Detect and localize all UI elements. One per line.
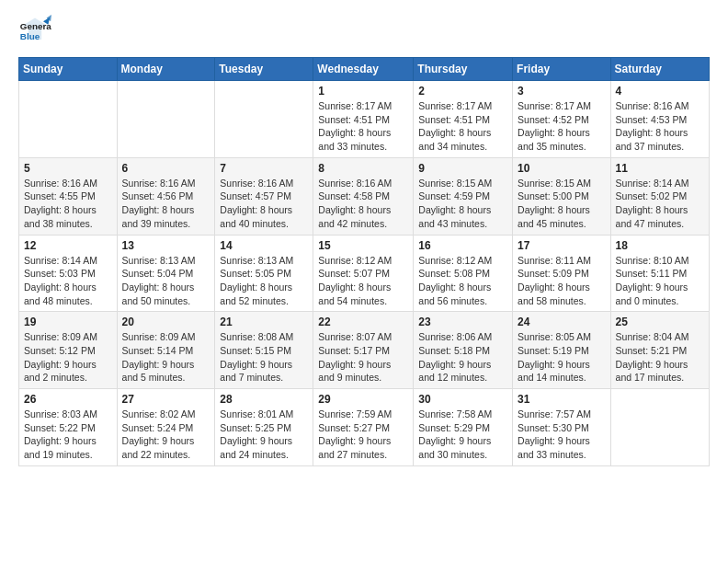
col-header-monday: Monday: [117, 58, 215, 81]
day-number: 27: [122, 393, 210, 406]
calendar-cell: 30Sunrise: 7:58 AMSunset: 5:29 PMDayligh…: [414, 389, 513, 466]
day-number: 31: [518, 393, 606, 406]
calendar-cell: 28Sunrise: 8:01 AMSunset: 5:25 PMDayligh…: [215, 389, 313, 466]
day-number: 16: [418, 239, 507, 252]
day-number: 5: [24, 162, 112, 175]
calendar-cell: 15Sunrise: 8:12 AMSunset: 5:07 PMDayligh…: [313, 235, 414, 312]
calendar-cell: 3Sunrise: 8:17 AMSunset: 4:52 PMDaylight…: [513, 81, 611, 158]
day-number: 1: [318, 85, 408, 98]
day-info: Sunrise: 8:04 AMSunset: 5:21 PMDaylight:…: [616, 330, 704, 385]
day-info: Sunrise: 8:17 AMSunset: 4:52 PMDaylight:…: [518, 99, 606, 154]
calendar-cell: 20Sunrise: 8:09 AMSunset: 5:14 PMDayligh…: [117, 312, 215, 389]
day-number: 28: [220, 393, 308, 406]
calendar-cell: [215, 81, 313, 158]
calendar-cell: 29Sunrise: 7:59 AMSunset: 5:27 PMDayligh…: [313, 389, 414, 466]
calendar-cell: 5Sunrise: 8:16 AMSunset: 4:55 PMDaylight…: [19, 157, 118, 235]
day-info: Sunrise: 8:16 AMSunset: 4:53 PMDaylight:…: [616, 99, 704, 154]
day-number: 19: [24, 316, 112, 328]
col-header-sunday: Sunday: [19, 58, 118, 81]
day-number: 9: [418, 162, 507, 175]
day-number: 21: [220, 316, 308, 328]
day-number: 7: [220, 162, 308, 175]
day-info: Sunrise: 7:59 AMSunset: 5:27 PMDaylight:…: [318, 408, 408, 462]
calendar-cell: 17Sunrise: 8:11 AMSunset: 5:09 PMDayligh…: [513, 235, 611, 312]
day-number: 8: [318, 162, 408, 175]
calendar-cell: 7Sunrise: 8:16 AMSunset: 4:57 PMDaylight…: [215, 157, 313, 235]
day-info: Sunrise: 8:09 AMSunset: 5:12 PMDaylight:…: [24, 330, 112, 385]
day-info: Sunrise: 8:16 AMSunset: 4:58 PMDaylight:…: [318, 177, 408, 231]
page: General Blue SundayMondayTuesdayWednesda…: [0, 0, 728, 563]
calendar-week-row: 12Sunrise: 8:14 AMSunset: 5:03 PMDayligh…: [19, 235, 710, 312]
calendar-cell: 24Sunrise: 8:05 AMSunset: 5:19 PMDayligh…: [513, 312, 611, 389]
calendar-cell: 16Sunrise: 8:12 AMSunset: 5:08 PMDayligh…: [414, 235, 513, 312]
col-header-thursday: Thursday: [414, 58, 513, 81]
day-number: 14: [220, 239, 308, 252]
calendar-cell: 31Sunrise: 7:57 AMSunset: 5:30 PMDayligh…: [513, 389, 611, 466]
day-number: 30: [418, 393, 507, 406]
day-number: 12: [24, 239, 112, 252]
day-info: Sunrise: 8:12 AMSunset: 5:08 PMDaylight:…: [418, 254, 507, 308]
day-info: Sunrise: 7:57 AMSunset: 5:30 PMDaylight:…: [518, 408, 606, 462]
col-header-friday: Friday: [513, 58, 611, 81]
logo-icon: General Blue: [18, 15, 51, 48]
calendar-cell: 10Sunrise: 8:15 AMSunset: 5:00 PMDayligh…: [513, 157, 611, 235]
col-header-tuesday: Tuesday: [215, 58, 313, 81]
day-number: 20: [122, 316, 210, 328]
calendar-cell: 9Sunrise: 8:15 AMSunset: 4:59 PMDaylight…: [414, 157, 513, 235]
logo: General Blue: [18, 15, 51, 48]
calendar-cell: 18Sunrise: 8:10 AMSunset: 5:11 PMDayligh…: [610, 235, 709, 312]
calendar-cell: [19, 81, 118, 158]
day-info: Sunrise: 8:16 AMSunset: 4:56 PMDaylight:…: [122, 177, 210, 231]
calendar-cell: 22Sunrise: 8:07 AMSunset: 5:17 PMDayligh…: [313, 312, 414, 389]
day-info: Sunrise: 8:02 AMSunset: 5:24 PMDaylight:…: [122, 408, 210, 462]
day-number: 25: [616, 316, 704, 328]
day-info: Sunrise: 8:11 AMSunset: 5:09 PMDaylight:…: [518, 254, 606, 308]
calendar-table: SundayMondayTuesdayWednesdayThursdayFrid…: [18, 57, 710, 466]
day-info: Sunrise: 8:01 AMSunset: 5:25 PMDaylight:…: [220, 408, 308, 462]
day-number: 15: [318, 239, 408, 252]
day-info: Sunrise: 8:07 AMSunset: 5:17 PMDaylight:…: [318, 330, 408, 385]
calendar-header-row: SundayMondayTuesdayWednesdayThursdayFrid…: [19, 58, 710, 81]
calendar-cell: 8Sunrise: 8:16 AMSunset: 4:58 PMDaylight…: [313, 157, 414, 235]
calendar-cell: 25Sunrise: 8:04 AMSunset: 5:21 PMDayligh…: [610, 312, 709, 389]
day-info: Sunrise: 8:16 AMSunset: 4:55 PMDaylight:…: [24, 177, 112, 231]
calendar-cell: 2Sunrise: 8:17 AMSunset: 4:51 PMDaylight…: [414, 81, 513, 158]
day-info: Sunrise: 8:06 AMSunset: 5:18 PMDaylight:…: [418, 330, 507, 385]
header: General Blue: [18, 15, 710, 48]
calendar-cell: 12Sunrise: 8:14 AMSunset: 5:03 PMDayligh…: [19, 235, 118, 312]
day-info: Sunrise: 8:08 AMSunset: 5:15 PMDaylight:…: [220, 330, 308, 385]
day-info: Sunrise: 8:09 AMSunset: 5:14 PMDaylight:…: [122, 330, 210, 385]
calendar-cell: 23Sunrise: 8:06 AMSunset: 5:18 PMDayligh…: [414, 312, 513, 389]
calendar-cell: 27Sunrise: 8:02 AMSunset: 5:24 PMDayligh…: [117, 389, 215, 466]
calendar-cell: 6Sunrise: 8:16 AMSunset: 4:56 PMDaylight…: [117, 157, 215, 235]
day-info: Sunrise: 8:13 AMSunset: 5:04 PMDaylight:…: [122, 254, 210, 308]
day-info: Sunrise: 8:03 AMSunset: 5:22 PMDaylight:…: [24, 408, 112, 462]
calendar-cell: 11Sunrise: 8:14 AMSunset: 5:02 PMDayligh…: [610, 157, 709, 235]
day-info: Sunrise: 8:14 AMSunset: 5:02 PMDaylight:…: [616, 177, 704, 231]
calendar-cell: [610, 389, 709, 466]
day-number: 6: [122, 162, 210, 175]
day-info: Sunrise: 8:13 AMSunset: 5:05 PMDaylight:…: [220, 254, 308, 308]
day-info: Sunrise: 7:58 AMSunset: 5:29 PMDaylight:…: [418, 408, 507, 462]
day-number: 2: [418, 85, 507, 98]
calendar-week-row: 19Sunrise: 8:09 AMSunset: 5:12 PMDayligh…: [19, 312, 710, 389]
day-info: Sunrise: 8:10 AMSunset: 5:11 PMDaylight:…: [616, 254, 704, 308]
day-number: 18: [616, 239, 704, 252]
day-number: 23: [418, 316, 507, 328]
day-number: 10: [518, 162, 606, 175]
day-info: Sunrise: 8:17 AMSunset: 4:51 PMDaylight:…: [418, 99, 507, 154]
calendar-week-row: 5Sunrise: 8:16 AMSunset: 4:55 PMDaylight…: [19, 157, 710, 235]
day-info: Sunrise: 8:14 AMSunset: 5:03 PMDaylight:…: [24, 254, 112, 308]
day-info: Sunrise: 8:05 AMSunset: 5:19 PMDaylight:…: [518, 330, 606, 385]
day-number: 11: [616, 162, 704, 175]
day-number: 26: [24, 393, 112, 406]
col-header-saturday: Saturday: [610, 58, 709, 81]
calendar-week-row: 26Sunrise: 8:03 AMSunset: 5:22 PMDayligh…: [19, 389, 710, 466]
calendar-cell: 4Sunrise: 8:16 AMSunset: 4:53 PMDaylight…: [610, 81, 709, 158]
calendar-cell: 1Sunrise: 8:17 AMSunset: 4:51 PMDaylight…: [313, 81, 414, 158]
day-info: Sunrise: 8:15 AMSunset: 4:59 PMDaylight:…: [418, 177, 507, 231]
day-number: 13: [122, 239, 210, 252]
day-number: 24: [518, 316, 606, 328]
day-info: Sunrise: 8:12 AMSunset: 5:07 PMDaylight:…: [318, 254, 408, 308]
calendar-cell: 19Sunrise: 8:09 AMSunset: 5:12 PMDayligh…: [19, 312, 118, 389]
